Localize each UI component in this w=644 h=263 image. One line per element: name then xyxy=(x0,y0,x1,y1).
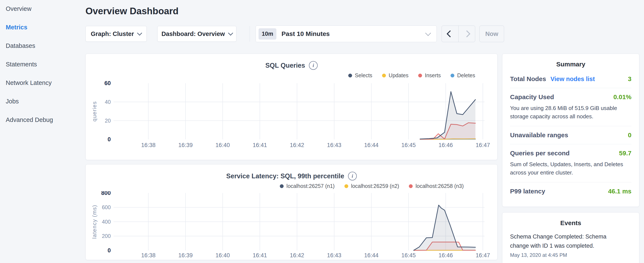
sidebar-item-metrics[interactable]: Metrics xyxy=(6,24,85,31)
info-icon[interactable]: i xyxy=(309,61,318,70)
right-column: Summary Total Nodes View nodes list 3 xyxy=(502,54,639,263)
summary-row-unavailable-ranges: Unavailable ranges 0 xyxy=(510,126,632,144)
qps-value: 59.7 xyxy=(619,150,632,157)
time-window-selector[interactable]: 10m Past 10 Minutes xyxy=(256,26,437,42)
time-window-label: Past 10 Minutes xyxy=(282,30,421,38)
x-axis-tick-label: 16:41 xyxy=(252,142,267,148)
event-message: Schema Change Completed: Schema change w… xyxy=(510,232,610,250)
summary-panel: Summary Total Nodes View nodes list 3 xyxy=(502,54,639,207)
events-panel-title: Events xyxy=(510,219,632,227)
legend-item-updates[interactable]: Updates xyxy=(382,72,408,79)
view-nodes-list-link[interactable]: View nodes list xyxy=(550,76,595,82)
time-window-badge: 10m xyxy=(258,28,276,40)
summary-panel-title: Summary xyxy=(510,61,632,68)
x-axis-tick-label: 16:40 xyxy=(216,252,230,258)
time-pager xyxy=(442,26,475,42)
sidebar-item-advanced-debug[interactable]: Advanced Debug xyxy=(6,116,85,123)
events-panel: Events Schema Change Completed: Schema c… xyxy=(502,212,639,263)
sidebar-item-databases[interactable]: Databases xyxy=(6,42,85,49)
chevron-down-icon xyxy=(228,31,233,36)
x-axis-tick-label: 16:47 xyxy=(476,252,490,258)
y-axis-tick-label: 40 xyxy=(105,99,111,105)
summary-row-total-nodes: Total Nodes View nodes list 3 xyxy=(510,70,632,88)
legend-item-localhost-26259-n2[interactable]: localhost:26259 (n2) xyxy=(344,183,399,189)
summary-row-p99: P99 latency 46.1 ms xyxy=(510,182,632,200)
legend-label: Deletes xyxy=(457,72,475,79)
y-axis-tick-label: 60 xyxy=(104,81,111,86)
page-title: Overview Dashboard xyxy=(86,6,639,17)
legend-dot xyxy=(409,184,413,188)
legend-dot xyxy=(418,74,422,78)
event-timestamp: May 13, 2020 at 4:45 PM xyxy=(510,252,632,258)
legend-item-inserts[interactable]: Inserts xyxy=(418,72,441,79)
series-area-selects xyxy=(420,92,476,139)
x-axis-tick-label: 16:47 xyxy=(476,142,490,148)
chevron-down-icon xyxy=(425,30,431,36)
legend-label: localhost:26257 (n1) xyxy=(286,183,335,189)
service-latency-chart[interactable]: 16:3816:3916:4016:4116:4216:4316:4416:45… xyxy=(86,191,497,260)
legend-dot xyxy=(382,74,386,78)
total-nodes-value: 3 xyxy=(628,75,632,83)
y-axis-label: queries xyxy=(92,101,98,122)
x-axis-tick-label: 16:45 xyxy=(402,142,416,148)
controls-divider xyxy=(250,26,250,42)
sidebar-item-network-latency[interactable]: Network Latency xyxy=(6,79,85,86)
x-axis-tick-label: 16:42 xyxy=(290,142,304,148)
chart-title-text: Service Latency: SQL, 99th percentile xyxy=(226,172,344,180)
sql-queries-chart[interactable]: 16:3816:3916:4016:4116:4216:4316:4416:45… xyxy=(86,81,497,151)
controls-bar: Graph: Cluster Dashboard: Overview 10m P… xyxy=(86,26,639,42)
legend-item-localhost-26258-n3[interactable]: localhost:26258 (n3) xyxy=(409,183,464,189)
chart-legend: localhost:26257 (n1)localhost:26259 (n2)… xyxy=(86,183,497,189)
y-axis-label: latency (ms) xyxy=(92,205,98,239)
qps-description: Sum of Selects, Updates, Inserts, and De… xyxy=(510,160,632,177)
x-axis-tick-label: 16:46 xyxy=(438,142,453,148)
total-nodes-label: Total Nodes xyxy=(510,75,546,82)
y-axis-tick-label: 20 xyxy=(105,118,111,124)
y-axis-tick-label: 0 xyxy=(108,136,111,143)
graph-scope-dropdown[interactable]: Graph: Cluster xyxy=(86,26,147,42)
x-axis-tick-label: 16:42 xyxy=(290,252,304,258)
x-axis-tick-label: 16:38 xyxy=(141,252,156,258)
p99-latency-label: P99 latency xyxy=(510,188,545,195)
y-axis-tick-label: 800 xyxy=(101,191,111,196)
info-icon[interactable]: i xyxy=(348,172,357,180)
legend-label: localhost:26259 (n2) xyxy=(351,183,399,189)
event-item[interactable]: Schema Change Completed: Schema change w… xyxy=(510,232,632,258)
series-area-localhost-26257-n1 xyxy=(414,205,476,250)
main-content: Overview Dashboard Graph: Cluster Dashbo… xyxy=(85,0,644,263)
unavailable-ranges-value: 0 xyxy=(628,132,632,139)
legend-label: Inserts xyxy=(425,72,441,79)
x-axis-tick-label: 16:39 xyxy=(178,142,193,148)
dashboard-content: SQL Queries i SelectsUpdatesInsertsDelet… xyxy=(86,54,639,263)
qps-label: Queries per second xyxy=(510,150,570,157)
legend-item-selects[interactable]: Selects xyxy=(348,72,372,79)
legend-item-deletes[interactable]: Deletes xyxy=(450,72,475,79)
y-axis-tick-label: 200 xyxy=(102,233,111,239)
unavailable-ranges-label: Unavailable ranges xyxy=(510,132,568,139)
sidebar-item-statements[interactable]: Statements xyxy=(6,61,85,68)
time-forward-button[interactable] xyxy=(458,26,475,42)
x-axis-tick-label: 16:44 xyxy=(364,142,378,148)
chart-title-text: SQL Queries xyxy=(265,62,305,69)
legend-label: Updates xyxy=(389,72,408,79)
sidebar-item-overview[interactable]: Overview xyxy=(6,5,85,12)
y-axis-tick-label: 0 xyxy=(108,247,111,254)
dashboard-dropdown-label: Dashboard: Overview xyxy=(161,31,225,38)
x-axis-tick-label: 16:40 xyxy=(216,142,230,148)
sidebar: Overview Metrics Databases Statements Ne… xyxy=(0,0,85,263)
p99-latency-value: 46.1 ms xyxy=(608,188,632,195)
summary-row-capacity: Capacity Used 0.01% You are using 28.6 M… xyxy=(510,88,632,126)
sql-queries-chart-card: SQL Queries i SelectsUpdatesInsertsDelet… xyxy=(86,54,498,160)
legend-dot xyxy=(280,184,284,188)
legend-label: Selects xyxy=(355,72,372,79)
now-button[interactable]: Now xyxy=(480,26,504,42)
dashboard-dropdown[interactable]: Dashboard: Overview xyxy=(157,26,236,42)
sidebar-item-jobs[interactable]: Jobs xyxy=(6,98,85,105)
x-axis-tick-label: 16:45 xyxy=(402,252,416,258)
graph-scope-dropdown-label: Graph: Cluster xyxy=(91,31,134,38)
chevron-down-icon xyxy=(137,31,142,36)
chevron-left-icon xyxy=(446,30,454,38)
x-axis-tick-label: 16:38 xyxy=(141,142,156,148)
time-backward-button[interactable] xyxy=(442,26,458,42)
legend-item-localhost-26257-n1[interactable]: localhost:26257 (n1) xyxy=(280,183,335,189)
